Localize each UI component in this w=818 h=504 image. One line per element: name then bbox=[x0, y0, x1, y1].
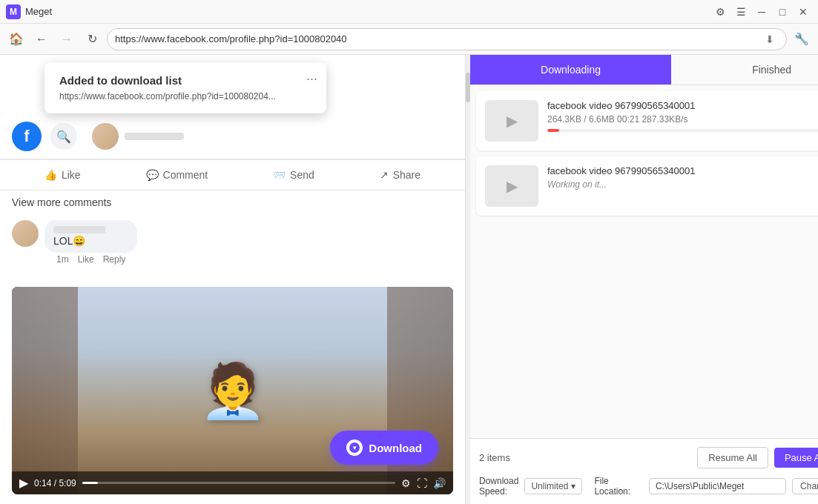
commenter-name bbox=[53, 226, 128, 233]
main-content: Added to download list https://www.faceb… bbox=[0, 55, 818, 504]
notification-url: https://www.facebook.com/profile.php?id=… bbox=[59, 91, 311, 102]
comment-item: LOL😄 1m Like Reply bbox=[12, 220, 453, 266]
address-bar-container: ⬇ bbox=[107, 28, 787, 50]
play-button[interactable]: ▶ bbox=[19, 476, 28, 490]
menu-button[interactable]: ☰ bbox=[732, 3, 750, 21]
footer-top: 2 items Resume All Pause All 🗑 bbox=[479, 446, 818, 468]
send-button[interactable]: 📨 Send bbox=[261, 163, 326, 187]
video-container: 🧑‍💼 ▶ 0:14 / 5:09 ⚙ ⛶ 🔊 bbox=[12, 287, 453, 494]
notification-title: Added to download list bbox=[59, 74, 311, 87]
view-more-comments[interactable]: View more comments bbox=[0, 190, 465, 214]
download-overlay: ▼ Download bbox=[330, 431, 438, 465]
post-actions: 👍 Like 💬 Comment 📨 Send ↗ Share bbox=[0, 159, 465, 190]
home-button[interactable]: 🏠 bbox=[6, 29, 27, 50]
comment-actions: 1m Like Reply bbox=[44, 253, 137, 266]
user-avatar bbox=[92, 123, 119, 150]
like-button[interactable]: 👍 Like bbox=[33, 163, 93, 187]
download-thumbnail-2: ▶ bbox=[485, 165, 538, 207]
download-title: facebook video 967990565340001 bbox=[547, 100, 818, 111]
search-icon: 🔍 bbox=[56, 130, 71, 144]
download-title-2: facebook video 967990565340001 bbox=[547, 165, 818, 176]
resume-all-button[interactable]: Resume All bbox=[697, 447, 768, 468]
speed-label: Download Speed: bbox=[479, 476, 518, 497]
download-info: facebook video 967990565340001 264.3KB /… bbox=[547, 100, 818, 132]
download-footer: 2 items Resume All Pause All 🗑 Download … bbox=[470, 438, 818, 504]
download-info-2: facebook video 967990565340001 Working o… bbox=[547, 165, 818, 190]
download-progress-fill bbox=[547, 129, 559, 132]
tab-downloading[interactable]: Downloading bbox=[470, 55, 671, 84]
notification-menu-button[interactable]: ··· bbox=[306, 71, 317, 87]
footer-bottom: Download Speed: Unlimited ▾ File Locatio… bbox=[479, 476, 818, 497]
video-controls: ▶ 0:14 / 5:09 ⚙ ⛶ 🔊 bbox=[12, 471, 453, 494]
time-display: 0:14 / 5:09 bbox=[34, 478, 76, 488]
download-item: ▶ facebook video 967990565340001 264.3KB… bbox=[476, 91, 818, 150]
download-meta: 264.3KB / 6.6MB 00:21 287.33KB/s bbox=[547, 114, 818, 125]
speed-select[interactable]: Unlimited ▾ bbox=[524, 478, 582, 494]
pause-all-button[interactable]: Pause All bbox=[774, 448, 818, 468]
video-progress-bar[interactable] bbox=[82, 482, 395, 484]
download-progress-bar bbox=[547, 129, 818, 132]
titlebar: M Meget ⚙ ☰ ─ □ ✕ bbox=[0, 0, 818, 24]
comment-icon: 💬 bbox=[146, 169, 159, 181]
file-location-input[interactable] bbox=[649, 478, 786, 494]
download-list: ▶ facebook video 967990565340001 264.3KB… bbox=[470, 85, 818, 438]
app-title: Meget bbox=[25, 6, 711, 17]
settings-video-button[interactable]: ⚙ bbox=[401, 477, 411, 489]
download-tabs: Downloading Finished bbox=[470, 55, 818, 85]
minimize-button[interactable]: ─ bbox=[753, 3, 771, 21]
close-button[interactable]: ✕ bbox=[794, 3, 812, 21]
window-controls: ⚙ ☰ ─ □ ✕ bbox=[711, 3, 812, 21]
forward-button[interactable]: → bbox=[56, 29, 77, 50]
like-icon: 👍 bbox=[44, 169, 57, 181]
comment-bubble: LOL😄 bbox=[44, 220, 137, 253]
fullscreen-button[interactable]: ⛶ bbox=[417, 477, 427, 489]
address-bar[interactable] bbox=[115, 33, 756, 44]
download-panel: Downloading Finished ▶ facebook video 96… bbox=[470, 55, 818, 504]
reply-comment-button[interactable]: Reply bbox=[103, 254, 126, 265]
change-location-button[interactable]: Change bbox=[792, 478, 818, 494]
speed-value: Unlimited bbox=[531, 481, 568, 491]
video-progress-fill bbox=[82, 482, 98, 484]
download-thumbnail: ▶ bbox=[485, 100, 538, 142]
back-button[interactable]: ← bbox=[31, 29, 52, 50]
settings-button[interactable]: ⚙ bbox=[711, 3, 729, 21]
commenter-avatar bbox=[12, 220, 39, 247]
comment-text: LOL😄 bbox=[53, 235, 85, 247]
speed-row: Download Speed: Unlimited ▾ bbox=[479, 476, 582, 497]
browser-panel: Added to download list https://www.faceb… bbox=[0, 55, 466, 504]
facebook-logo: f bbox=[12, 122, 42, 151]
download-logo: ▼ bbox=[346, 440, 363, 456]
send-icon: 📨 bbox=[273, 169, 286, 181]
video-download-button[interactable]: ▼ Download bbox=[330, 431, 438, 465]
share-button[interactable]: ↗ Share bbox=[368, 163, 432, 187]
notification-popup: Added to download list https://www.faceb… bbox=[44, 62, 326, 113]
location-label: File Location: bbox=[594, 476, 643, 497]
location-row: File Location: Change 📁 bbox=[594, 476, 818, 497]
comment-section: LOL😄 1m Like Reply bbox=[0, 214, 465, 281]
volume-button[interactable]: 🔊 bbox=[433, 477, 446, 489]
fb-search-button[interactable]: 🔍 bbox=[50, 123, 77, 150]
browser-toolbar: 🏠 ← → ↻ ⬇ 🔧 bbox=[0, 24, 818, 55]
chevron-down-icon: ▾ bbox=[571, 481, 575, 491]
download-logo-inner: ▼ bbox=[349, 442, 360, 453]
profile-area bbox=[92, 123, 184, 150]
share-icon: ↗ bbox=[380, 169, 389, 181]
app-icon: M bbox=[6, 4, 21, 19]
play-icon: ▶ bbox=[507, 112, 518, 130]
bookmark-button[interactable]: ⬇ bbox=[761, 30, 779, 48]
like-comment-button[interactable]: Like bbox=[78, 254, 94, 265]
extension-button[interactable]: 🔧 bbox=[791, 29, 812, 50]
download-working-status: Working on it... bbox=[547, 179, 818, 190]
refresh-button[interactable]: ↻ bbox=[82, 29, 102, 50]
comment-time: 1m bbox=[56, 254, 69, 265]
comment-button[interactable]: 💬 Comment bbox=[134, 163, 220, 187]
maximize-button[interactable]: □ bbox=[774, 3, 791, 21]
user-name bbox=[125, 133, 184, 140]
footer-actions: Resume All Pause All 🗑 bbox=[697, 446, 818, 468]
items-count: 2 items bbox=[479, 452, 510, 463]
fb-header: f 🔍 bbox=[0, 114, 465, 159]
play-icon-2: ▶ bbox=[507, 177, 518, 195]
tab-finished[interactable]: Finished bbox=[671, 55, 818, 84]
download-item: ▶ facebook video 967990565340001 Working… bbox=[476, 156, 818, 216]
